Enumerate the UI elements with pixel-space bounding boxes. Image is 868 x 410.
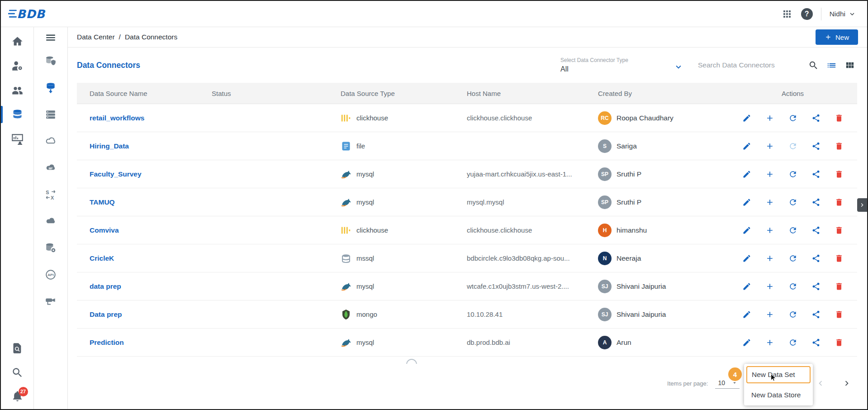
refresh-icon[interactable] [788, 198, 797, 207]
sidebar-item-home[interactable] [1, 29, 34, 53]
delete-icon[interactable] [835, 254, 844, 263]
share-icon[interactable] [811, 170, 821, 179]
delete-icon[interactable] [835, 198, 844, 207]
data-source-name-link[interactable]: Comviva [90, 226, 119, 234]
search-icon[interactable] [807, 59, 819, 71]
add-icon[interactable] [765, 310, 774, 319]
data-source-name-link[interactable]: Prediction [90, 338, 124, 346]
avatar: N [598, 252, 612, 265]
help-icon[interactable]: ? [801, 8, 813, 20]
delete-icon[interactable] [835, 338, 844, 347]
created-by-cell: SJ Shivani Jaipuria [594, 280, 728, 293]
refresh-icon[interactable] [788, 338, 797, 347]
sidebar-item-data-prep[interactable] [1, 127, 34, 151]
host-cell: wtcafe.c1x0ujb3stm7.us-west-2.... [463, 282, 594, 290]
edit-icon[interactable] [742, 310, 751, 319]
delete-icon[interactable] [835, 282, 844, 291]
data-source-name-link[interactable]: Data prep [90, 310, 122, 318]
delete-icon[interactable] [835, 170, 844, 179]
refresh-icon[interactable] [788, 310, 797, 319]
list-view-icon[interactable] [825, 59, 837, 71]
share-icon[interactable] [811, 198, 821, 207]
refresh-icon[interactable] [788, 170, 797, 179]
sidebar-item-audit-log[interactable] [1, 336, 34, 360]
sidebar-item-data-exchange[interactable]: SX [34, 181, 68, 208]
top-bar: BDB ? Nidhi [1, 1, 867, 27]
share-icon[interactable] [811, 114, 821, 123]
sidebar-item-search[interactable] [1, 360, 34, 385]
add-icon[interactable] [765, 114, 774, 123]
sidebar-item-data-center[interactable] [1, 102, 34, 127]
delete-icon[interactable] [835, 226, 844, 235]
connector-type-filter[interactable]: Select Data Connector Type All [560, 57, 674, 73]
sidebar-item-user-groups[interactable] [1, 78, 34, 102]
menu-item-new-data-store[interactable]: New Data Store [744, 386, 813, 405]
filter-chevron-icon[interactable] [674, 57, 683, 74]
apps-grid-icon[interactable] [781, 8, 793, 20]
data-source-name-link[interactable]: retail_workflows [90, 114, 144, 122]
delete-icon[interactable] [835, 142, 844, 151]
grid-view-icon[interactable] [844, 59, 855, 71]
share-icon[interactable] [811, 282, 821, 291]
sidebar-item-data-stores[interactable] [34, 128, 68, 154]
clickhouse-icon [341, 225, 351, 236]
edit-icon[interactable] [742, 254, 751, 263]
share-icon[interactable] [811, 142, 821, 151]
refresh-icon[interactable] [788, 114, 797, 123]
sidebar-item-version-control[interactable] [34, 288, 68, 315]
prev-page-icon[interactable] [816, 378, 825, 388]
data-source-name-link[interactable]: Hiring_Data [90, 142, 129, 150]
sidebar-item-sandbox[interactable] [34, 208, 68, 234]
sidebar-item-data-center-2[interactable] [34, 48, 68, 74]
sidebar-item-menu[interactable] [34, 27, 68, 48]
share-icon[interactable] [811, 254, 821, 263]
refresh-icon[interactable] [788, 282, 797, 291]
delete-icon[interactable] [835, 310, 844, 319]
refresh-icon[interactable] [788, 142, 797, 151]
refresh-icon[interactable] [788, 226, 797, 235]
share-icon[interactable] [811, 338, 821, 347]
avatar: SJ [598, 280, 612, 293]
add-icon[interactable] [765, 282, 774, 291]
share-icon[interactable] [811, 310, 821, 319]
sidebar-item-data-store-metadata[interactable] [34, 154, 68, 181]
new-button[interactable]: New [816, 29, 858, 45]
sidebar-item-notifications[interactable]: 27 [1, 385, 34, 409]
breadcrumb-item-data-center[interactable]: Data Center [77, 33, 115, 41]
sidebar-item-data-connectors[interactable] [34, 74, 68, 101]
data-source-name-link[interactable]: TAMUQ [90, 198, 115, 206]
add-icon[interactable] [765, 254, 774, 263]
search-input[interactable] [698, 61, 801, 69]
add-icon[interactable] [765, 142, 774, 151]
edit-icon[interactable] [742, 198, 751, 207]
edit-icon[interactable] [742, 142, 751, 151]
data-source-name-link[interactable]: Faculty_Survey [90, 170, 142, 178]
delete-icon[interactable] [835, 114, 844, 123]
expand-panel-tab[interactable] [857, 198, 867, 212]
share-icon[interactable] [811, 226, 821, 235]
add-icon[interactable] [765, 338, 774, 347]
edit-icon[interactable] [742, 170, 751, 179]
sidebar-item-api-connectors[interactable]: API [34, 261, 68, 288]
sidebar-item-db-settings[interactable] [34, 234, 68, 261]
add-icon[interactable] [765, 170, 774, 179]
menu-item-new-data-set[interactable]: New Data Set [746, 366, 811, 383]
column-actions: Actions [728, 90, 857, 97]
next-page-icon[interactable] [842, 378, 852, 388]
edit-icon[interactable] [742, 282, 751, 291]
data-source-name-link[interactable]: CricleK [90, 254, 114, 262]
add-icon[interactable] [765, 198, 774, 207]
sidebar-item-data-sets[interactable] [34, 101, 68, 128]
created-by-cell: SJ Shivani Jaipuria [594, 308, 728, 321]
bdb-logo-icon: BDB [8, 6, 55, 22]
edit-icon[interactable] [742, 226, 751, 235]
add-icon[interactable] [765, 226, 774, 235]
refresh-icon[interactable] [788, 254, 797, 263]
user-menu[interactable]: Nidhi [830, 10, 856, 18]
sidebar-item-user-access[interactable] [1, 53, 34, 78]
data-center-icon [11, 109, 24, 121]
edit-icon[interactable] [742, 114, 751, 123]
bdb-logo[interactable]: BDB [8, 6, 55, 22]
edit-icon[interactable] [742, 338, 751, 347]
data-source-name-link[interactable]: data prep [90, 282, 121, 290]
